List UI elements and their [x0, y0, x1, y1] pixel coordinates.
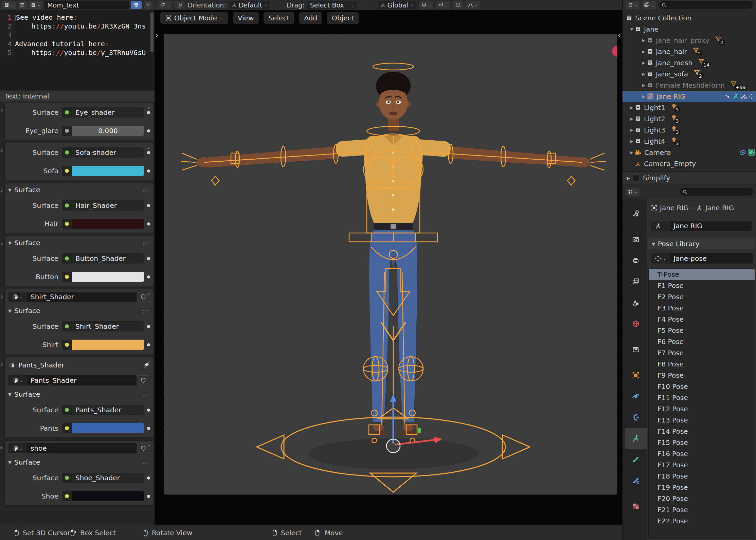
color-socket[interactable]: [62, 491, 72, 501]
viewport-menu-select[interactable]: Select: [264, 12, 295, 24]
region-collapse-arrow[interactable]: ›: [0, 240, 3, 247]
simplify-panel-header[interactable]: ▶ Simplify: [623, 172, 756, 184]
code-line[interactable]: 3: [0, 31, 155, 39]
drag-grip-icon[interactable]: ::::: [143, 460, 150, 465]
panel-chevron-icon[interactable]: ⌄: [146, 144, 151, 150]
color-swatch[interactable]: [72, 423, 144, 433]
keyframe-dot[interactable]: [147, 169, 150, 173]
shader-field[interactable]: Hair_Shader: [72, 200, 144, 211]
outliner-row[interactable]: ▶ Camera: [623, 147, 756, 158]
drag-grip-icon[interactable]: ::::: [143, 392, 150, 397]
move-tool-button[interactable]: [175, 1, 185, 9]
pose-list-item[interactable]: F12 Pose: [649, 403, 755, 414]
properties-tab-tool[interactable]: [625, 203, 647, 224]
keyframe-dot[interactable]: [147, 129, 150, 132]
text-editor-body[interactable]: 1 See video here: 2 https://youtu.be/JK3…: [0, 10, 155, 90]
keyframe-dot[interactable]: [147, 222, 150, 226]
expand-arrow-icon[interactable]: ▼: [629, 27, 635, 32]
expand-arrow-icon[interactable]: ▶: [629, 105, 635, 110]
drag-grip-icon[interactable]: ::::: [143, 187, 150, 193]
properties-tab-view-layer[interactable]: [625, 271, 647, 292]
material-browse-button[interactable]: ⌄: [8, 292, 27, 302]
outliner-row[interactable]: ▶ Light2 3: [623, 113, 756, 124]
keyframe-dot[interactable]: [147, 275, 150, 278]
pose-list-item[interactable]: F21 Pose: [649, 504, 755, 515]
code-line[interactable]: 2 https://youtu.be/JK3XzGN_3ns: [0, 22, 155, 31]
outliner-row[interactable]: ▶ Female Meshdeform +99: [623, 79, 756, 91]
outliner-row[interactable]: ▶ Jane_hair_proxy 2: [623, 35, 756, 46]
surface-panel-header[interactable]: ▼Surface::::: [5, 304, 154, 317]
expand-arrow-icon[interactable]: ▶: [629, 150, 635, 155]
outliner-row[interactable]: ▶ Jane_mesh 14: [623, 57, 756, 68]
pose-list-item[interactable]: F3 Pose: [649, 302, 755, 313]
expand-arrow-icon[interactable]: ▶: [641, 72, 647, 76]
pose-list-item[interactable]: F2 Pose: [649, 291, 755, 302]
material-name-field[interactable]: Shirt_Shader: [27, 292, 137, 302]
shader-field[interactable]: Sofa-shader: [72, 147, 144, 158]
region-collapse-arrow[interactable]: ›: [0, 293, 3, 300]
expand-arrow-icon[interactable]: ▶: [641, 60, 647, 65]
code-line[interactable]: 5 https://youtu.be/y_3TRnuV6sU: [0, 48, 155, 57]
properties-tab-render[interactable]: [625, 229, 647, 250]
shader-field[interactable]: Eye_shader: [72, 107, 144, 118]
region-collapse-arrow[interactable]: ›: [0, 361, 3, 367]
keyframe-dot[interactable]: [147, 204, 150, 207]
surface-panel-header[interactable]: ▼Surface::::: [5, 388, 154, 401]
color-swatch[interactable]: [72, 340, 144, 350]
pose-list-item[interactable]: F10 Pose: [649, 381, 755, 392]
pose-list-item[interactable]: F19 Pose: [649, 482, 755, 493]
pose-list-item[interactable]: F17 Pose: [649, 459, 755, 470]
code-line[interactable]: 4 Advanced tutorial here:: [0, 39, 155, 48]
pose-list-item[interactable]: F7 Pose: [649, 347, 755, 358]
snap-toggle-button[interactable]: ⌄: [419, 1, 433, 9]
surface-panel-header[interactable]: ▼Surface::::: [5, 236, 154, 249]
fake-user-button[interactable]: [137, 375, 150, 385]
text-datablock-button[interactable]: ⌄: [29, 1, 42, 9]
outliner-row[interactable]: Scene Collection: [623, 12, 756, 23]
panel-chevron-icon[interactable]: ⌄: [146, 104, 151, 110]
shader-field[interactable]: Shoe_Shader: [72, 473, 144, 483]
color-socket[interactable]: [62, 166, 72, 176]
falloff-button[interactable]: ⌄: [466, 1, 480, 9]
color-socket[interactable]: [62, 219, 72, 229]
sidebar-toggle-left[interactable]: ›: [155, 31, 159, 39]
panel-chevron-icon[interactable]: ⌄: [146, 290, 151, 296]
shader-socket[interactable]: [62, 253, 72, 264]
pose-list-item[interactable]: F14 Pose: [649, 426, 755, 437]
pose-list-item[interactable]: F20 Pose: [649, 493, 755, 504]
expand-arrow-icon[interactable]: ▶: [629, 128, 635, 132]
shader-socket[interactable]: [62, 107, 72, 118]
pose-list-item[interactable]: F4 Pose: [649, 313, 755, 325]
proportional-edit-button[interactable]: [453, 1, 463, 9]
region-collapse-arrow[interactable]: ›: [0, 107, 3, 113]
shader-socket[interactable]: [62, 473, 72, 483]
keyframe-dot[interactable]: [147, 495, 150, 498]
pose-list-item[interactable]: F15 Pose: [649, 437, 755, 448]
keyframe-dot[interactable]: [147, 325, 150, 328]
region-collapse-arrow[interactable]: ›: [0, 444, 3, 451]
shader-socket[interactable]: [62, 405, 72, 415]
outliner-row[interactable]: Camera_Empty: [623, 158, 756, 169]
color-swatch[interactable]: [72, 272, 144, 282]
region-collapse-arrow[interactable]: ›: [0, 147, 3, 154]
outliner-row[interactable]: ▶ Jane_hair 2: [623, 46, 756, 57]
action-name-field[interactable]: Jane-pose: [670, 253, 753, 264]
panel-chevron-icon[interactable]: ⌄: [146, 442, 151, 448]
pose-list-item[interactable]: F18 Pose: [649, 470, 755, 482]
color-socket[interactable]: [62, 272, 72, 282]
outliner-search-input[interactable]: [659, 1, 753, 9]
outliner-row[interactable]: ▶ Light3 3: [623, 124, 756, 136]
surface-panel-header[interactable]: ▼Surface::::: [5, 456, 154, 469]
viewport-canvas[interactable]: [164, 34, 617, 494]
keyframe-dot[interactable]: [147, 111, 150, 114]
pose-list-item[interactable]: F1 Pose: [649, 280, 755, 291]
keyframe-dot[interactable]: [147, 409, 150, 412]
action-browse-button[interactable]: ⌄: [651, 253, 670, 264]
properties-tab-output[interactable]: [625, 250, 647, 271]
shader-field[interactable]: Button_Shader: [72, 253, 144, 264]
expand-arrow-icon[interactable]: ▶: [629, 139, 635, 144]
pose-list-item[interactable]: F5 Pose: [649, 325, 755, 336]
keyframe-dot[interactable]: [147, 343, 150, 346]
expand-arrow-icon[interactable]: ▶: [629, 116, 635, 121]
text-menu-button[interactable]: [18, 1, 27, 9]
